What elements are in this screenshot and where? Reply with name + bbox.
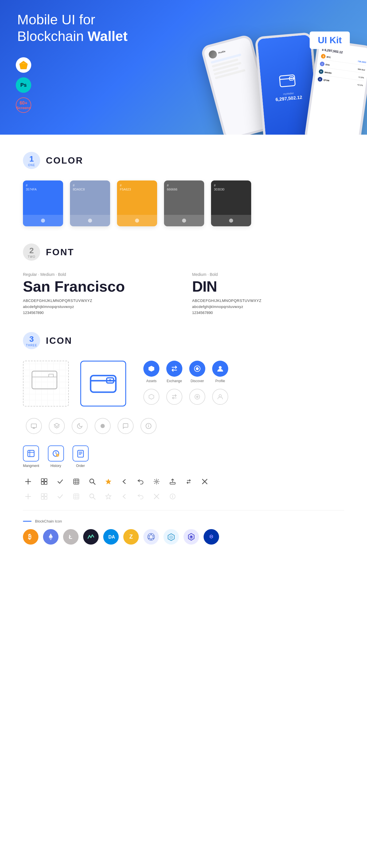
icon-section-header: 3 THREE ICON [23, 332, 344, 349]
svg-line-91 [149, 534, 151, 536]
svg-point-8 [290, 78, 292, 79]
divider [23, 510, 344, 510]
svg-line-6 [280, 78, 295, 79]
svg-point-22 [101, 424, 105, 428]
svg-rect-40 [45, 482, 47, 485]
sketch-icon [18, 60, 29, 70]
color-section-header: 1 ONE COLOR [23, 152, 344, 169]
plus-icon [23, 476, 33, 487]
ardor-icon [163, 529, 179, 545]
din-numbers: 1234567890 [192, 311, 344, 315]
exchange-icon-item: Exchange [166, 361, 182, 383]
blockchain-label-row: BlockChain Icon [23, 519, 344, 523]
svg-line-86 [151, 534, 153, 536]
svg-point-46 [90, 479, 94, 483]
hero-badges: Ps 60+ Screens [16, 57, 31, 113]
history-svg [52, 450, 60, 458]
svg-text:Ł: Ł [69, 534, 72, 540]
svg-point-12 [109, 379, 111, 381]
hero-title-plain: Mobile UI for Blockchain [17, 12, 95, 44]
moon-svg [77, 423, 83, 429]
order-icon [73, 445, 89, 462]
icon-section: 3 THREE ICON [23, 332, 344, 545]
order-icon-item: Order [73, 445, 89, 468]
wallet-card-grid [32, 371, 57, 389]
svg-text:DASH: DASH [108, 534, 115, 539]
discover-outline-svg [194, 394, 200, 400]
btc-icon: ₿ [23, 529, 38, 545]
exchange-svg [171, 365, 178, 372]
profile-icon-circle [212, 361, 228, 377]
share-icon [135, 476, 146, 487]
svg-text:Z: Z [129, 533, 133, 540]
plus-icon-gray [23, 491, 33, 502]
sf-uppercase: ABCDEFGHIJKLMNOPQRSTUVWXYZ [23, 299, 175, 303]
management-icon [23, 445, 39, 462]
sf-numbers: 1234567890 [23, 311, 175, 315]
din-name: DIN [192, 279, 344, 294]
hero-section: Mobile UI for Blockchain Wallet UI Kit P… [0, 0, 367, 135]
hero-title: Mobile UI for Blockchain Wallet [17, 11, 161, 44]
star-icon-gray [103, 491, 114, 502]
moon-icon [72, 418, 88, 434]
bubble-svg [122, 423, 129, 429]
assets-outline-circle [143, 389, 160, 405]
color-section-title: COLOR [46, 155, 83, 166]
profile-icon-item: Profile [212, 361, 228, 383]
assets-label: Assets [146, 379, 157, 383]
share-icon-gray [135, 491, 146, 502]
order-svg [77, 450, 85, 458]
profile-icon-outline [212, 389, 228, 405]
svg-rect-38 [45, 479, 47, 481]
swatch-dark-gray: #666666 [164, 181, 204, 226]
svg-point-49 [156, 481, 158, 483]
swap-icon [184, 476, 194, 487]
ui-kit-badge: UI Kit [310, 32, 350, 49]
wallet-blue-icon [80, 361, 126, 406]
history-icon-item: History [48, 445, 64, 468]
main-content: 1 ONE COLOR #3574FA #8DA0C8 #F5A623 #666… [0, 135, 367, 573]
grid2-icon-gray [71, 491, 81, 502]
svg-line-65 [93, 498, 95, 499]
discover-icon-outline [189, 389, 205, 405]
settings-icon [151, 476, 162, 487]
profile-svg [217, 365, 224, 372]
chat-icon-item [26, 418, 42, 434]
small-icons-active [23, 476, 344, 487]
search-icon-gray [87, 491, 97, 502]
exchange-outline-circle [166, 389, 182, 405]
nav-icons-inactive [143, 389, 228, 405]
moon-icon-item [72, 418, 88, 434]
exchange-icon-outline [166, 389, 182, 405]
check-icon [55, 476, 65, 487]
circle-icon [94, 418, 111, 434]
discover-icon-item: Discover [189, 361, 205, 383]
discover-outline-circle [189, 389, 205, 405]
profile-outline-svg [217, 394, 223, 400]
font-din: Medium · Bold DIN ABCDEFGHIJKLMNOPQRSTUV… [192, 272, 344, 315]
color-section: 1 ONE COLOR #3574FA #8DA0C8 #F5A623 #666… [23, 152, 344, 226]
circle-svg [100, 423, 106, 429]
wallet-svg [89, 372, 117, 395]
svg-text:₿: ₿ [28, 533, 31, 540]
chat-icon [26, 418, 42, 434]
chat-svg [31, 423, 37, 429]
phone-mockups: Profile [208, 37, 367, 135]
svg-marker-93 [169, 535, 173, 539]
info-icon-gray [167, 491, 178, 502]
close-icon [200, 476, 210, 487]
zec-icon: Z [123, 529, 139, 545]
discover-icon-circle [189, 361, 205, 377]
grid-icon-gray [39, 491, 49, 502]
ps-badge: Ps [16, 78, 31, 93]
waves-icon [83, 529, 98, 545]
profile-label: Profile [215, 379, 225, 383]
font-section: 2 TWO FONT Regular · Medium · Bold San F… [23, 244, 344, 315]
svg-rect-59 [74, 494, 79, 499]
svg-marker-48 [106, 479, 111, 484]
extra-icons-row [26, 418, 157, 434]
crypto-icons-row: ₿ Ł [23, 529, 344, 545]
blockchain-line [23, 521, 32, 522]
svg-line-47 [93, 483, 95, 485]
small-icons-inactive [23, 491, 344, 502]
